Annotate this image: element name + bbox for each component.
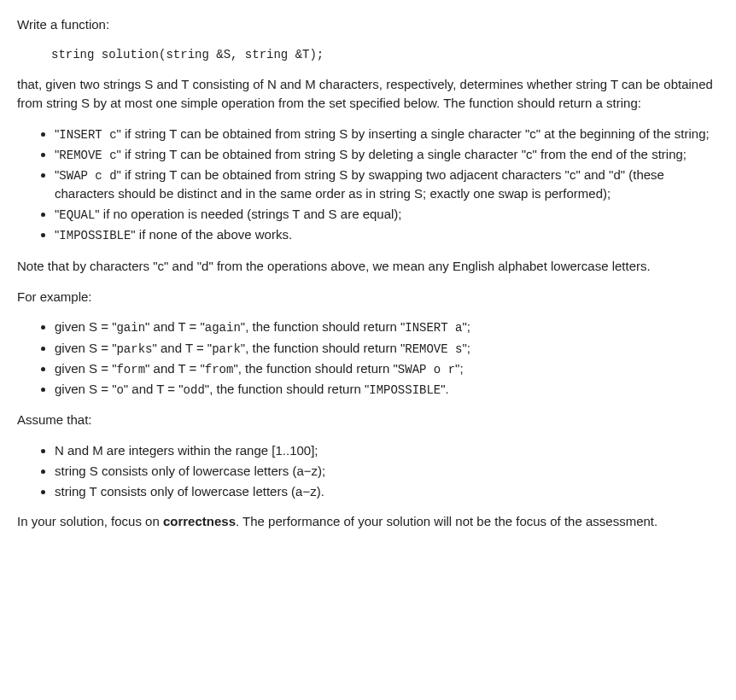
- list-item: string T consists only of lowercase lett…: [55, 482, 719, 501]
- list-item: "REMOVE c" if string T can be obtained f…: [55, 145, 719, 164]
- operations-list: "INSERT c" if string T can be obtained f…: [17, 125, 719, 245]
- closing-bold: correctness: [163, 514, 236, 528]
- ex-pre: given S = ": [55, 382, 116, 396]
- op-text: " if no operation is needed (strings T a…: [95, 207, 401, 221]
- ex-s: o: [116, 383, 123, 397]
- ex-t: from: [205, 363, 234, 376]
- intro-prompt: Write a function:: [17, 15, 719, 34]
- closing-post: . The performance of your solution will …: [236, 514, 657, 528]
- function-signature: string solution(string &S, string &T);: [51, 46, 719, 63]
- ex-ret: SWAP o r: [398, 363, 455, 376]
- op-text: " if none of the above works.: [131, 227, 292, 242]
- op-code-remove: REMOVE c: [59, 149, 116, 162]
- ex-post: ", the function should return ": [241, 341, 405, 355]
- list-item: string S consists only of lowercase lett…: [55, 462, 719, 481]
- assumptions-list: N and M are integers within the range [1…: [17, 441, 719, 500]
- ex-mid: " and T = ": [124, 382, 184, 396]
- ex-s: parks: [116, 342, 152, 356]
- list-item: given S = "o" and T = "odd", the functio…: [55, 380, 719, 399]
- ex-post: ", the function should return ": [205, 382, 369, 396]
- list-item: "INSERT c" if string T can be obtained f…: [55, 125, 719, 143]
- ex-pre: given S = ": [55, 361, 116, 376]
- op-text: " if string T can be obtained from strin…: [55, 167, 664, 201]
- assume-intro: Assume that:: [17, 411, 719, 429]
- op-code-swap: SWAP c d: [59, 169, 116, 183]
- ex-end: ".: [441, 382, 449, 396]
- closing-paragraph: In your solution, focus on correctness. …: [17, 512, 719, 531]
- ex-mid: " and T = ": [145, 361, 205, 376]
- ex-mid: " and T = ": [145, 319, 205, 334]
- ex-t: odd: [184, 383, 205, 397]
- list-item: given S = "form" and T = "from", the fun…: [55, 359, 719, 378]
- ex-end: ";: [455, 361, 464, 376]
- ex-end: ";: [462, 341, 470, 355]
- list-item: given S = "parks" and T = "park", the fu…: [55, 339, 719, 358]
- ex-ret: IMPOSSIBLE: [369, 383, 441, 397]
- ex-ret: INSERT a: [405, 321, 462, 335]
- list-item: N and M are integers within the range [1…: [55, 441, 719, 460]
- description-paragraph: that, given two strings S and T consisti…: [17, 75, 719, 113]
- ex-s: form: [116, 363, 145, 376]
- ex-post: ", the function should return ": [233, 361, 397, 376]
- op-text: " if string T can be obtained from strin…: [117, 126, 710, 141]
- list-item: "EQUAL" if no operation is needed (strin…: [55, 205, 719, 224]
- ex-pre: given S = ": [55, 319, 116, 334]
- ex-t: again: [205, 321, 241, 335]
- op-code-impossible: IMPOSSIBLE: [59, 229, 131, 242]
- ex-t: park: [212, 342, 241, 356]
- ex-post: ", the function should return ": [241, 319, 405, 334]
- ex-end: ";: [462, 319, 470, 334]
- list-item: "IMPOSSIBLE" if none of the above works.: [55, 225, 719, 244]
- op-code-insert: INSERT c: [59, 128, 116, 142]
- ex-s: gain: [116, 321, 145, 335]
- list-item: given S = "gain" and T = "again", the fu…: [55, 318, 719, 336]
- ex-pre: given S = ": [55, 341, 116, 355]
- op-text: " if string T can be obtained from strin…: [117, 147, 686, 161]
- ex-mid: " and T = ": [152, 341, 212, 355]
- closing-pre: In your solution, focus on: [17, 514, 163, 528]
- list-item: "SWAP c d" if string T can be obtained f…: [55, 166, 719, 203]
- examples-list: given S = "gain" and T = "again", the fu…: [17, 318, 719, 399]
- ex-ret: REMOVE s: [405, 342, 462, 356]
- op-code-equal: EQUAL: [59, 208, 95, 222]
- note-paragraph: Note that by characters "c" and "d" from…: [17, 257, 719, 276]
- example-intro: For example:: [17, 288, 719, 306]
